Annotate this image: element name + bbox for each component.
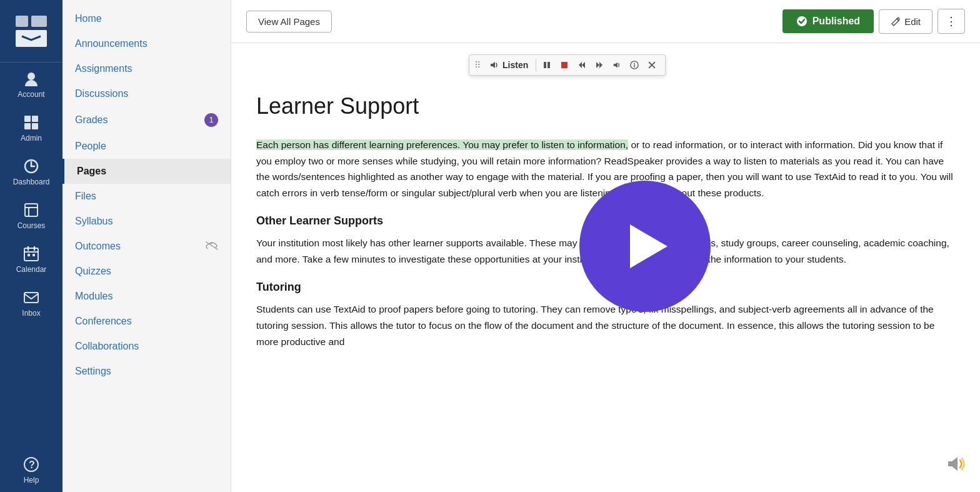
svg-rect-23 [548,62,550,68]
nav-admin[interactable]: Admin [0,106,62,150]
sidebar-item-conferences[interactable]: Conferences [62,309,231,334]
sidebar-item-home[interactable]: Home [62,6,231,31]
volume-icon [612,61,621,69]
nav-calendar[interactable]: Calendar [0,238,62,281]
readspeaker-listen-button[interactable]: Listen [484,58,533,73]
inbox-icon [22,289,40,306]
svg-marker-26 [579,62,582,68]
nav-dashboard[interactable]: Dashboard [0,150,62,194]
calendar-icon [22,245,40,263]
nav-courses[interactable]: Courses [0,194,62,238]
svg-rect-17 [32,254,35,256]
sidebar-item-quizzes[interactable]: Quizzes [62,259,231,284]
eye-slash-icon [206,241,218,252]
info-icon [630,61,639,69]
nav-inbox-label: Inbox [22,309,40,318]
nav-help[interactable]: ? Help [0,448,62,492]
page-content: ⠿ Listen [231,43,980,492]
nav-help-label: Help [24,476,39,484]
nav-account[interactable]: Account [0,63,62,106]
sidebar-item-assignments[interactable]: Assignments [62,56,231,81]
readspeaker-info-button[interactable] [626,58,642,72]
nav-account-label: Account [18,90,44,99]
svg-rect-7 [32,123,38,129]
svg-point-3 [28,73,35,80]
view-all-pages-button[interactable]: View All Pages [246,11,332,33]
pause-icon [542,61,551,69]
sidebar-item-collaborations[interactable]: Collaborations [62,334,231,359]
readspeaker-pause-button[interactable] [539,58,555,72]
svg-rect-18 [24,293,38,303]
svg-rect-16 [28,254,30,256]
sidebar-item-files[interactable]: Files [62,184,231,209]
svg-point-31 [634,63,635,64]
sidebar-item-announcements[interactable]: Announcements [62,31,231,56]
nav-inbox[interactable]: Inbox [0,281,62,325]
dashboard-icon [22,158,40,175]
nav-calendar-label: Calendar [16,265,47,274]
main-content: View All Pages Published Edit ⋮ [231,0,980,492]
course-nav: Home Announcements Assignments Discussio… [62,0,231,492]
stop-icon [560,61,569,69]
sidebar-item-modules[interactable]: Modules [62,284,231,309]
svg-marker-28 [599,62,602,68]
svg-marker-27 [596,62,599,68]
svg-rect-2 [16,30,47,47]
svg-rect-9 [25,204,38,216]
nav-dashboard-label: Dashboard [13,178,50,186]
sidebar-item-settings[interactable]: Settings [62,359,231,384]
check-circle-icon [796,16,808,27]
sidebar-item-syllabus[interactable]: Syllabus [62,209,231,234]
help-icon: ? [22,456,40,473]
account-icon [22,70,40,88]
rewind-icon [578,61,586,69]
svg-rect-24 [561,62,568,68]
video-play-button[interactable] [579,181,711,312]
readspeaker-close-button[interactable] [644,58,660,72]
sidebar-item-pages[interactable]: Pages [62,159,231,184]
logo [0,0,62,63]
svg-rect-22 [544,62,546,68]
courses-icon [22,201,40,219]
readspeaker-volume-button[interactable] [609,58,625,72]
svg-marker-25 [582,62,585,68]
readspeaker-toolbar: ⠿ Listen [469,54,666,76]
svg-rect-4 [24,116,31,122]
toolbar-divider [536,59,536,71]
para-1: Each person has different learning prefe… [256,137,955,201]
nav-courses-label: Courses [18,221,46,230]
sidebar-item-people[interactable]: People [62,134,231,159]
sidebar-item-grades[interactable]: Grades 1 [62,106,231,134]
admin-icon [22,114,40,131]
highlighted-text: Each person has different learning prefe… [256,139,628,150]
more-options-button[interactable]: ⋮ [938,9,965,34]
play-triangle-icon [630,224,668,268]
svg-text:?: ? [29,459,35,470]
svg-rect-0 [16,16,28,27]
svg-rect-12 [24,248,38,261]
para-3: Students can use TextAid to proof papers… [256,301,955,349]
top-toolbar: View All Pages Published Edit ⋮ [231,0,980,43]
nav-admin-label: Admin [21,134,42,143]
sidebar-item-discussions[interactable]: Discussions [62,81,231,106]
toolbar-right: Published Edit ⋮ [782,9,965,34]
speaker-corner-icon [945,453,968,479]
speaker-icon [489,60,499,70]
readspeaker-stop-button[interactable] [556,58,572,72]
page-title: Learner Support [256,93,955,119]
svg-rect-1 [31,16,47,27]
sidebar-item-outcomes[interactable]: Outcomes [62,234,231,259]
edit-pencil-icon [891,16,901,26]
grades-badge: 1 [204,113,218,127]
svg-rect-6 [24,123,31,129]
edit-button[interactable]: Edit [879,9,932,34]
forward-icon [595,61,604,69]
published-button[interactable]: Published [782,9,874,33]
readspeaker-rewind-button[interactable] [574,58,590,72]
drag-handle-icon[interactable]: ⠿ [474,60,481,70]
close-icon [648,61,656,69]
global-nav: Account Admin Dashboard [0,0,62,492]
svg-rect-5 [32,116,38,122]
readspeaker-forward-button[interactable] [591,58,608,72]
